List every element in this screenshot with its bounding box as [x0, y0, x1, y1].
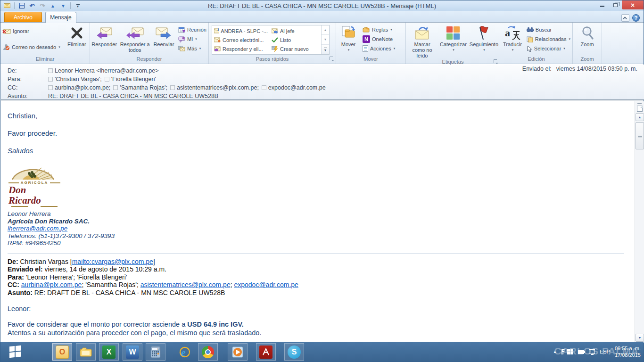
taskbar-explorer[interactable]: [76, 343, 96, 361]
chevron-down-icon: [195, 37, 197, 41]
tray-chevron-icon[interactable]: ▲: [553, 350, 557, 354]
recipient[interactable]: 'Fiorella Blengeri': [111, 76, 156, 82]
scrollbar-thumb[interactable]: [636, 122, 644, 149]
forward-icon: [155, 27, 172, 39]
quoted-enviado-label: Enviado el:: [8, 265, 43, 273]
language-indicator[interactable]: ESP: [600, 349, 610, 354]
scroll-up-button[interactable]: ▲: [636, 113, 644, 121]
cc-recipient[interactable]: asistentematrices@plx.com.pe;: [177, 84, 259, 91]
quoted-mailto-link[interactable]: mailto:cvargas@plx.com.pe: [72, 258, 153, 265]
vertical-scrollbar[interactable]: ▲ ▼: [635, 101, 644, 343]
tray-flag-icon[interactable]: [561, 349, 562, 354]
reunion-button[interactable]: Reunión: [176, 25, 208, 34]
ignorar-button[interactable]: Ignorar: [0, 26, 62, 36]
quick-steps-box: ANDREA - SLPC -... Correo electróni... R…: [212, 25, 330, 55]
window-title: RE: DRAFT DE BL - CASA CHICA - MN MSC CA…: [0, 2, 644, 9]
restore-icon: [613, 3, 618, 7]
taskbar-skype[interactable]: S: [284, 343, 304, 361]
quickstep-mail-icon: [214, 28, 219, 33]
marcar-no-leido-button[interactable]: Marcar como no leído: [406, 24, 438, 58]
quick-steps-scroll: ▲ ▼ ▼: [321, 25, 329, 54]
group-zoom: Zoom Zoom: [573, 23, 602, 64]
para-label: Para:: [8, 75, 48, 83]
message-header: De:Leonor Herrera <lherrera@adr.com.pe> …: [1, 65, 644, 100]
taskbar-acrobat[interactable]: [256, 343, 276, 361]
taskbar-clock[interactable]: 09:55 a. m. 17/08/2015: [615, 345, 641, 358]
close-button[interactable]: ×: [622, 0, 644, 9]
outlook-icon: O: [56, 346, 69, 359]
chevron-down-icon: [512, 47, 514, 53]
categorizar-button[interactable]: Categorizar: [438, 24, 468, 58]
related-icon: [527, 36, 533, 42]
acciones-button[interactable]: Acciones: [361, 44, 397, 53]
tab-archivo[interactable]: Archivo: [4, 12, 42, 23]
media-player-icon: [231, 346, 244, 358]
taskbar-calculator[interactable]: 0: [146, 343, 165, 361]
relacionadas-button[interactable]: Relacionadas: [525, 34, 572, 44]
quoted-cc-link[interactable]: aurbina@plx.com.pe: [21, 281, 82, 288]
mover-button[interactable]: Mover: [336, 24, 361, 56]
minimize-button[interactable]: [595, 0, 609, 9]
cc-recipient[interactable]: expodoc@adr.com.pe: [268, 84, 326, 91]
collapse-ribbon-button[interactable]: [621, 14, 629, 22]
eliminar-button[interactable]: Eliminar: [64, 24, 90, 56]
browse-object-icon[interactable]: [637, 106, 643, 112]
taskbar-outlook[interactable]: O: [52, 343, 72, 361]
presence-icon: [262, 85, 266, 90]
mi-button[interactable]: MI: [176, 34, 208, 44]
start-button[interactable]: [0, 342, 30, 362]
seleccionar-button[interactable]: Seleccionar: [525, 44, 572, 53]
quickstep-crear-nuevo[interactable]: Crear nuevo: [270, 46, 321, 52]
cc-recipient[interactable]: aurbina@plx.com.pe;: [55, 84, 110, 91]
quick-steps-more-button[interactable]: ▼: [322, 45, 329, 54]
taskbar-excel[interactable]: X: [99, 343, 119, 361]
quoted-message-divider: [8, 254, 624, 254]
seguimiento-button[interactable]: Seguimiento: [468, 24, 500, 58]
reglas-button[interactable]: Reglas: [361, 25, 397, 34]
quickstep-listo[interactable]: Listo: [270, 37, 321, 43]
scroll-down-button[interactable]: ▼: [636, 334, 644, 342]
zoom-button[interactable]: Zoom: [575, 24, 600, 56]
taskbar-chrome[interactable]: [198, 343, 218, 361]
help-button[interactable]: ?: [632, 14, 640, 22]
mas-button[interactable]: Más: [176, 44, 208, 53]
signature-email-link[interactable]: lherrera@adr.com.pe: [8, 225, 67, 232]
sender[interactable]: Leonor Herrera <lherrera@adr.com.pe>: [55, 67, 158, 74]
mark-unread-icon: [413, 26, 431, 40]
responder-a-todos-button[interactable]: Responder a todos: [118, 24, 151, 56]
tray-window-icon[interactable]: [567, 349, 573, 354]
quickstep-al-jefe[interactable]: Al jefe: [270, 28, 321, 34]
traducir-button[interactable]: a Traducir: [500, 24, 525, 56]
tray-network-icon[interactable]: [589, 349, 595, 354]
tab-mensaje[interactable]: Mensaje: [45, 12, 76, 23]
message-body-pane: Christian, Favor proceder. Saludos AGRIC…: [1, 101, 644, 343]
quickstep-correo-electronico[interactable]: Correo electróni...: [212, 37, 270, 43]
taskbar-internet-explorer[interactable]: e: [175, 343, 195, 361]
cc-recipient[interactable]: 'Samantha Rojas';: [120, 84, 167, 91]
quoted-cc-link[interactable]: asistentematrices@plx.com.pe: [140, 281, 231, 288]
body-greeting: Christian,: [8, 112, 634, 120]
onenote-button[interactable]: N OneNote: [361, 34, 397, 44]
group-label-responder: Responder: [90, 56, 208, 64]
quoted-cc-link[interactable]: expodoc@adr.com.pe: [234, 281, 298, 288]
reenviar-button[interactable]: Reenviar: [151, 24, 176, 56]
taskbar-word[interactable]: W: [123, 343, 142, 361]
presence-icon: [105, 77, 109, 82]
tray-battery-icon[interactable]: [578, 350, 584, 354]
dialog-launcher-icon[interactable]: [330, 57, 334, 61]
restore-button[interactable]: [609, 0, 622, 9]
correo-no-deseado-button[interactable]: Correo no deseado: [0, 42, 62, 52]
buscar-button[interactable]: Buscar: [525, 25, 572, 34]
collapse-ribbon-icon: [623, 16, 627, 20]
quickstep-responder-y-eliminar[interactable]: Responder y eli...: [212, 46, 270, 52]
taskbar-media-player[interactable]: [228, 343, 248, 361]
split-handle[interactable]: [637, 103, 642, 104]
quickstep-andrea[interactable]: ANDREA - SLPC -...: [212, 28, 270, 34]
agricola-don-ricardo-logo: AGRICOLA Don Ricardo: [8, 164, 60, 207]
scroll-down-icon[interactable]: ▼: [322, 35, 329, 44]
ribbon: Ignorar Correo no deseado Eliminar Elimi…: [0, 22, 644, 64]
responder-button[interactable]: Responder: [90, 24, 118, 56]
recipient[interactable]: 'Christian Vargas';: [55, 76, 102, 82]
scroll-up-icon[interactable]: ▲: [322, 25, 329, 35]
dialog-launcher-icon[interactable]: [494, 59, 498, 64]
